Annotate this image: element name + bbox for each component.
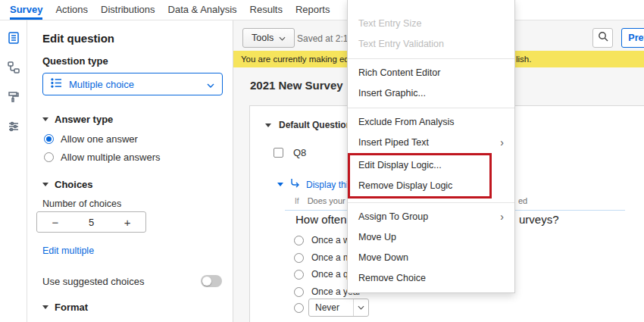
question-type-value: Multiple choice — [69, 79, 134, 90]
minus-icon[interactable]: − — [37, 216, 73, 229]
chevron-down-icon — [279, 33, 286, 43]
menu-item-edit-display-logic[interactable]: Edit Display Logic... — [350, 155, 489, 176]
preview-button[interactable]: Preview — [621, 28, 644, 48]
collapse-icon — [277, 183, 283, 186]
choices-section-header[interactable]: Choices — [42, 179, 93, 190]
menu-item-remove-choice[interactable]: Remove Choice — [348, 268, 514, 289]
collapse-icon — [42, 117, 48, 121]
use-suggested-choices-label: Use suggested choices — [42, 276, 144, 287]
icon-sidebar — [0, 20, 27, 322]
context-menu: Text Entry Size Text Entry Validation Ri… — [347, 0, 515, 293]
banner-text-end: lish. — [516, 55, 531, 64]
menu-item-move-up[interactable]: Move Up — [348, 227, 514, 248]
answer-type-option-label: Allow one answer — [61, 133, 138, 145]
menu-item-label: Insert Piped Text — [358, 133, 429, 153]
format-section-header[interactable]: Format — [42, 302, 88, 313]
survey-title: 2021 New Survey — [250, 79, 343, 92]
answer-type-section-header[interactable]: Answer type — [42, 114, 113, 125]
format-label: Format — [55, 302, 88, 313]
tools-button[interactable]: Tools — [242, 28, 295, 48]
number-of-choices-label: Number of choices — [42, 199, 121, 209]
search-icon — [598, 31, 608, 45]
collapse-icon — [42, 183, 48, 186]
survey-builder-icon[interactable] — [5, 30, 22, 46]
autosave-status: Saved at 2:12 — [297, 33, 353, 44]
menu-item-text-entry-validation: Text Entry Validation — [348, 34, 514, 55]
survey-options-icon[interactable] — [5, 118, 22, 135]
answer-type-label: Answer type — [55, 114, 113, 125]
question-id: Q8 — [293, 147, 306, 158]
search-button[interactable] — [592, 28, 613, 48]
plus-icon[interactable]: + — [109, 216, 145, 229]
menu-item-exclude-from-analysis[interactable]: Exclude From Analysis — [348, 112, 514, 133]
menu-item-text-entry-size: Text Entry Size — [348, 14, 514, 34]
tools-label: Tools — [252, 33, 274, 43]
multiple-choice-icon — [51, 78, 62, 90]
banner-text-start: You are currently making edits t — [241, 55, 363, 64]
answer-type-option-one[interactable]: Allow one answer — [44, 133, 138, 145]
highlight-annotation-box: Edit Display Logic... Remove Display Log… — [348, 153, 492, 199]
radio-icon — [294, 287, 304, 297]
choices-label: Choices — [55, 179, 93, 190]
choices-count-stepper: − 5 + — [36, 211, 146, 233]
tab-reports[interactable]: Reports — [295, 0, 330, 20]
choice-row-selected[interactable]: Never — [294, 299, 369, 317]
question-type-select[interactable]: Multiple choice — [42, 73, 223, 95]
menu-divider — [348, 108, 514, 108]
radio-icon — [294, 303, 304, 313]
answer-type-option-label: Allow multiple answers — [61, 152, 161, 163]
panel-title: Edit question — [42, 32, 114, 45]
block-header[interactable]: Default Question — [265, 120, 352, 130]
collapse-icon — [265, 123, 271, 127]
radio-icon — [44, 152, 54, 162]
answer-type-option-multiple[interactable]: Allow multiple answers — [44, 152, 161, 163]
use-suggested-choices-toggle[interactable] — [201, 275, 222, 287]
menu-divider — [348, 202, 514, 203]
tab-actions[interactable]: Actions — [55, 0, 88, 20]
tab-survey[interactable]: Survey — [10, 0, 42, 20]
chevron-down-icon — [207, 79, 214, 90]
tab-results[interactable]: Results — [250, 0, 283, 20]
menu-spacer — [348, 0, 514, 14]
question-checkbox[interactable] — [274, 148, 283, 158]
block-label: Default Question — [279, 120, 352, 130]
survey-flow-icon[interactable] — [5, 59, 22, 76]
radio-icon — [294, 236, 304, 245]
look-feel-icon[interactable] — [5, 89, 22, 105]
display-logic-icon — [289, 178, 300, 191]
edit-multiple-link[interactable]: Edit multiple — [42, 245, 94, 256]
menu-item-label: Assign To Group — [358, 207, 428, 227]
menu-item-rich-content-editor[interactable]: Rich Content Editor — [348, 63, 514, 83]
menu-divider — [348, 58, 514, 59]
collapse-icon — [42, 305, 48, 309]
radio-icon — [294, 270, 304, 280]
edit-question-panel: Edit question Question type Multiple cho… — [27, 20, 233, 322]
choice-label: Never — [309, 302, 353, 313]
question-text-tail: urveys? — [519, 213, 559, 226]
submenu-arrow-icon: › — [500, 133, 504, 153]
menu-item-remove-display-logic[interactable]: Remove Display Logic — [350, 176, 489, 196]
tab-distributions[interactable]: Distributions — [101, 0, 155, 20]
condition-text-tail: ed — [518, 196, 527, 205]
question-header-row: Q8 — [274, 147, 306, 158]
menu-item-move-down[interactable]: Move Down — [348, 248, 514, 268]
chevron-down-icon[interactable] — [353, 299, 368, 316]
choices-count-value: 5 — [73, 217, 110, 228]
menu-item-insert-graphic[interactable]: Insert Graphic... — [348, 83, 514, 104]
menu-item-assign-to-group[interactable]: Assign To Group › — [348, 207, 514, 227]
top-nav: Survey Actions Distributions Data & Anal… — [0, 0, 644, 20]
radio-selected-icon — [44, 134, 54, 144]
menu-item-insert-piped-text[interactable]: Insert Piped Text › — [348, 133, 514, 153]
question-type-label: Question type — [42, 55, 108, 67]
condition-prefix: If — [295, 197, 299, 205]
submenu-arrow-icon: › — [500, 207, 504, 227]
choice-edit-select[interactable]: Never — [308, 299, 369, 317]
tab-data-analysis[interactable]: Data & Analysis — [168, 0, 237, 20]
radio-icon — [294, 253, 304, 263]
